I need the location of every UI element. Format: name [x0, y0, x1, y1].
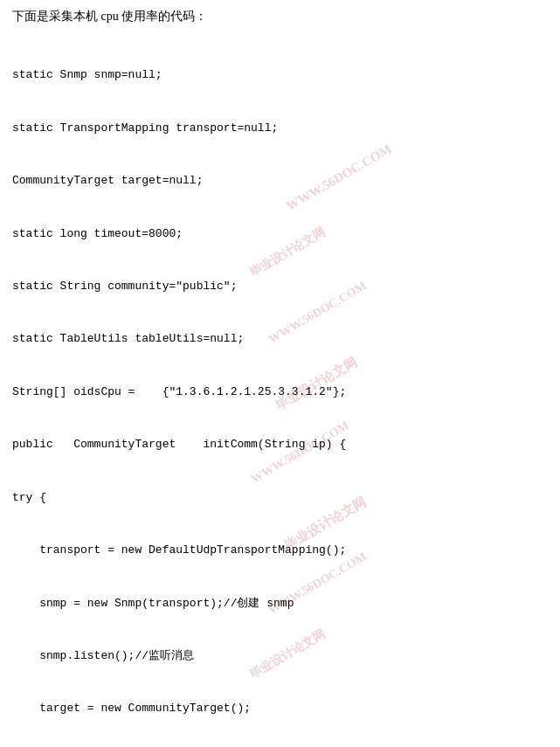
code-line: static long timeout=8000; — [12, 225, 548, 243]
code-line: String[] oidsCpu = {"1.3.6.1.2.1.25.3.3.… — [12, 384, 548, 401]
code-line: snmp.listen();//监听消息 — [12, 647, 548, 665]
code-line: static TableUtils tableUtils=null; — [12, 330, 548, 348]
code-line: static TransportMapping transport=null; — [12, 120, 548, 137]
code-block: static Snmp snmp=null; static TransportM… — [12, 31, 548, 747]
code-line: try { — [12, 489, 548, 507]
code-line: static Snmp snmp=null; — [12, 66, 548, 84]
code-line: transport = new DefaultUdpTransportMappi… — [12, 542, 548, 559]
code-line: target = new CommunityTarget(); — [12, 700, 548, 717]
intro-text: 下面是采集本机 cpu 使用率的代码： — [12, 9, 548, 24]
code-line: static String community="public"; — [12, 278, 548, 295]
code-line: public CommunityTarget initComm(String i… — [12, 436, 548, 453]
code-line: CommunityTarget target=null; — [12, 172, 548, 190]
code-line: snmp = new Snmp(transport);//创建 snmp — [12, 595, 548, 612]
